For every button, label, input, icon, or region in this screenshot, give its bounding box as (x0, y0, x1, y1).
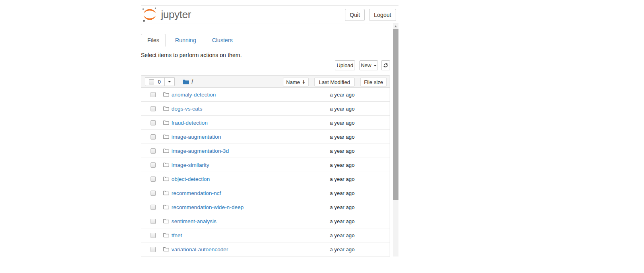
file-table: 0 / Name ↓ (141, 75, 390, 257)
table-row: fraud-detection a year ago (141, 116, 390, 130)
row-checkbox[interactable] (151, 134, 156, 140)
row-checkbox[interactable] (151, 177, 156, 182)
last-modified-value: a year ago (330, 120, 355, 126)
folder-icon (163, 218, 169, 224)
select-all-checkbox[interactable] (149, 79, 154, 84)
sort-by-name-button[interactable]: Name ↓ (283, 78, 309, 86)
folder-link[interactable]: dogs-vs-cats (171, 106, 202, 112)
scrollbar[interactable] (393, 23, 398, 257)
folder-icon (163, 120, 169, 125)
sort-name-label: Name (286, 79, 300, 85)
folder-icon (163, 246, 169, 252)
jupyter-app: jupyter Quit Logout Files Running Cluste… (141, 5, 398, 273)
folder-link[interactable]: anomaly-detection (171, 92, 216, 98)
last-modified-value: a year ago (330, 232, 355, 238)
table-row: image-similarity a year ago (141, 158, 390, 172)
file-list: anomaly-detection a year ago dogs-vs-cat… (141, 88, 390, 257)
select-filter-dropdown[interactable] (165, 77, 175, 86)
table-row: sentiment-analysis a year ago (141, 214, 390, 228)
table-row: anomaly-detection a year ago (141, 88, 390, 102)
last-modified-value: a year ago (330, 204, 355, 210)
table-row: recommendation-wide-n-deep a year ago (141, 200, 390, 214)
select-all-group: 0 (145, 77, 175, 86)
sort-by-size-button[interactable]: File size (360, 78, 387, 86)
folder-link[interactable]: image-augmentation (171, 134, 221, 140)
row-checkbox[interactable] (151, 205, 156, 210)
select-all-button[interactable]: 0 (145, 77, 165, 86)
last-modified-value: a year ago (330, 246, 355, 252)
chevron-down-icon (374, 65, 377, 66)
tab-bar: Files Running Clusters (141, 34, 390, 46)
row-checkbox[interactable] (151, 162, 156, 168)
new-button-label: New (361, 62, 371, 68)
tab-clusters[interactable]: Clusters (206, 34, 239, 46)
refresh-icon (383, 63, 388, 68)
select-hint-text: Select items to perform actions on them. (141, 52, 242, 58)
folder-link[interactable]: variational-autoencoder (171, 246, 228, 252)
refresh-button[interactable] (381, 60, 390, 70)
folder-icon (163, 134, 169, 140)
scrollbar-thumb[interactable] (393, 29, 398, 200)
main-scroll-area: Files Running Clusters Select items to p… (141, 23, 398, 257)
row-checkbox[interactable] (151, 92, 156, 97)
folder-link[interactable]: image-augmentation-3d (171, 148, 229, 154)
last-modified-value: a year ago (330, 148, 355, 154)
folder-icon (182, 79, 189, 85)
table-row: object-detection a year ago (141, 172, 390, 186)
row-checkbox[interactable] (151, 247, 156, 252)
table-row: image-augmentation a year ago (141, 130, 390, 144)
folder-link[interactable]: fraud-detection (171, 120, 208, 126)
logo-wordmark: jupyter (161, 8, 191, 21)
row-checkbox[interactable] (151, 120, 156, 125)
last-modified-value: a year ago (330, 106, 355, 112)
table-row: image-augmentation-3d a year ago (141, 144, 390, 158)
folder-icon (163, 92, 169, 97)
jupyter-logo-icon (141, 6, 158, 23)
folder-icon (163, 204, 169, 210)
folder-icon (163, 148, 169, 154)
folder-link[interactable]: object-detection (171, 176, 210, 182)
folder-icon (163, 232, 169, 238)
logout-button[interactable]: Logout (369, 9, 396, 21)
toolbar: Upload New (141, 60, 390, 70)
sort-by-modified-button[interactable]: Last Modified (314, 78, 355, 86)
folder-icon (163, 106, 169, 111)
new-dropdown-button[interactable]: New (359, 60, 378, 70)
quit-button[interactable]: Quit (345, 9, 365, 21)
row-checkbox[interactable] (151, 219, 156, 224)
breadcrumb-path[interactable]: / (192, 78, 193, 85)
last-modified-value: a year ago (330, 92, 355, 98)
folder-link[interactable]: image-similarity (171, 162, 209, 168)
folder-link[interactable]: recommendation-ncf (171, 190, 221, 196)
table-row: recommendation-ncf a year ago (141, 186, 390, 200)
upload-button[interactable]: Upload (335, 60, 355, 70)
selected-count: 0 (158, 79, 161, 85)
last-modified-value: a year ago (330, 134, 355, 140)
table-row: variational-autoencoder a year ago (141, 242, 390, 257)
last-modified-value: a year ago (330, 176, 355, 182)
row-checkbox[interactable] (151, 191, 156, 196)
folder-link[interactable]: tfnet (171, 232, 182, 238)
table-row: dogs-vs-cats a year ago (141, 102, 390, 116)
last-modified-value: a year ago (330, 162, 355, 168)
top-bar: jupyter Quit Logout (141, 6, 398, 23)
folder-link[interactable]: recommendation-wide-n-deep (171, 204, 244, 210)
scroll-up-arrow-icon[interactable] (394, 25, 397, 27)
last-modified-value: a year ago (330, 218, 355, 224)
last-modified-value: a year ago (330, 190, 355, 196)
row-checkbox[interactable] (151, 233, 156, 238)
table-row: tfnet a year ago (141, 228, 390, 242)
folder-icon (163, 162, 169, 168)
folder-icon (163, 176, 169, 182)
row-checkbox[interactable] (151, 148, 156, 154)
jupyter-logo[interactable]: jupyter (141, 6, 191, 23)
tab-files[interactable]: Files (141, 34, 166, 47)
breadcrumb[interactable]: / (182, 76, 193, 88)
sort-direction-arrow-icon: ↓ (301, 79, 305, 85)
tab-running[interactable]: Running (169, 34, 202, 46)
row-checkbox[interactable] (151, 106, 156, 111)
file-list-header: 0 / Name ↓ (141, 76, 390, 88)
folder-icon (163, 190, 169, 196)
chevron-down-icon (168, 81, 171, 82)
folder-link[interactable]: sentiment-analysis (171, 218, 217, 224)
